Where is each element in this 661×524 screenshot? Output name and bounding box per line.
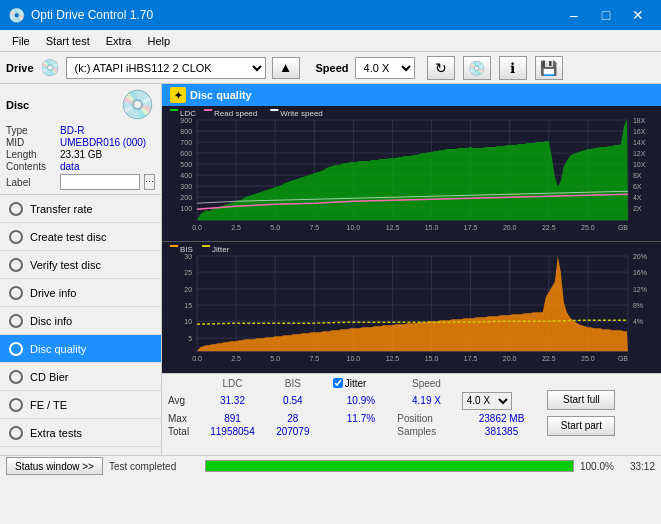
disc-image-icon: 💿: [120, 88, 155, 121]
svg-text:12X: 12X: [633, 150, 646, 157]
svg-text:Write speed: Write speed: [280, 109, 323, 118]
app-title: Opti Drive Control 1.70: [31, 8, 153, 22]
avg-bis: 0.54: [267, 390, 319, 412]
eject-button[interactable]: ▲: [272, 57, 300, 79]
disc-label-input[interactable]: [60, 174, 140, 190]
upper-chart-section: LDC Read speed Write speed: [162, 106, 661, 242]
nav-disc-info-label: Disc info: [30, 315, 72, 327]
disc-row-type: Type BD-R: [6, 125, 155, 136]
disc-contents-value: data: [60, 161, 79, 172]
sidebar-item-cd-bier[interactable]: CD Bier: [0, 363, 161, 391]
svg-text:200: 200: [180, 194, 192, 201]
stats-data-table: LDC BIS Jitter Speed: [168, 377, 655, 439]
svg-text:16%: 16%: [633, 269, 647, 276]
total-bis: 207079: [267, 425, 319, 438]
jitter-label: Jitter: [345, 378, 367, 389]
svg-text:8X: 8X: [633, 172, 642, 179]
disc-row-contents: Contents data: [6, 161, 155, 172]
start-full-button[interactable]: Start full: [547, 390, 615, 410]
minimize-button[interactable]: –: [559, 4, 589, 26]
sidebar-item-disc-quality[interactable]: Disc quality: [0, 335, 161, 363]
svg-text:25.0: 25.0: [581, 224, 595, 231]
disc-row-length: Length 23.31 GB: [6, 149, 155, 160]
jitter-checkbox[interactable]: [333, 378, 343, 388]
speed-select[interactable]: 4.0 X: [355, 57, 415, 79]
sidebar-item-create-test-disc[interactable]: Create test disc: [0, 223, 161, 251]
toolbar-btn-disc[interactable]: 💿: [463, 56, 491, 80]
status-window-button[interactable]: Status window >>: [6, 457, 103, 475]
stats-table: LDC BIS Jitter Speed: [168, 377, 655, 439]
menu-extra[interactable]: Extra: [98, 33, 140, 49]
lower-chart-svg: BIS Jitter: [162, 242, 661, 372]
disc-header: Disc 💿: [6, 88, 155, 121]
verify-test-disc-icon: [8, 257, 24, 273]
svg-rect-5: [270, 109, 278, 111]
svg-text:7.5: 7.5: [309, 224, 319, 231]
sidebar-item-verify-test-disc[interactable]: Verify test disc: [0, 251, 161, 279]
disc-label-row: Label ⋯: [6, 174, 155, 190]
svg-text:12%: 12%: [633, 286, 647, 293]
disc-label-browse[interactable]: ⋯: [144, 174, 155, 190]
col-header-bis: BIS: [267, 377, 319, 390]
cd-bier-icon: [8, 369, 24, 385]
drive-select[interactable]: (k:) ATAPI iHBS112 2 CLOK: [66, 57, 266, 79]
sidebar-item-drive-info[interactable]: Drive info: [0, 279, 161, 307]
disc-type-value: BD-R: [60, 125, 84, 136]
maximize-button[interactable]: □: [591, 4, 621, 26]
svg-text:600: 600: [180, 150, 192, 157]
svg-text:10.0: 10.0: [347, 224, 361, 231]
start-part-button[interactable]: Start part: [547, 416, 615, 436]
svg-text:300: 300: [180, 183, 192, 190]
disc-type-label: Type: [6, 125, 56, 136]
svg-text:0.0: 0.0: [192, 224, 202, 231]
svg-text:6X: 6X: [633, 183, 642, 190]
toolbar-btn-info[interactable]: ℹ: [499, 56, 527, 80]
drive-icon: 💿: [40, 58, 60, 77]
toolbar-btn-save[interactable]: 💾: [535, 56, 563, 80]
jitter-checkbox-label[interactable]: Jitter: [333, 378, 390, 389]
svg-text:25.0: 25.0: [581, 355, 595, 362]
svg-text:GB: GB: [618, 355, 628, 362]
create-test-disc-icon: [8, 229, 24, 245]
svg-text:2.5: 2.5: [231, 355, 241, 362]
toolbar-btn-refresh[interactable]: ↻: [427, 56, 455, 80]
total-ldc: 11958054: [198, 425, 267, 438]
avg-label: Avg: [168, 390, 198, 412]
svg-text:2X: 2X: [633, 205, 642, 212]
sidebar-item-disc-info[interactable]: Disc info: [0, 307, 161, 335]
disc-panel: Disc 💿 Type BD-R MID UMEBDR016 (000) Len…: [0, 84, 161, 195]
fe-te-icon: [8, 397, 24, 413]
svg-text:GB: GB: [618, 224, 628, 231]
svg-text:400: 400: [180, 172, 192, 179]
nav-verify-test-label: Verify test disc: [30, 259, 101, 271]
time-display: 33:12: [630, 461, 655, 472]
close-button[interactable]: ✕: [623, 4, 653, 26]
col-header-ldc: LDC: [198, 377, 267, 390]
svg-text:15.0: 15.0: [425, 224, 439, 231]
svg-text:800: 800: [180, 128, 192, 135]
svg-text:Jitter: Jitter: [212, 245, 230, 254]
svg-text:4%: 4%: [633, 318, 643, 325]
sidebar-item-extra-tests[interactable]: Extra tests: [0, 419, 161, 447]
speed-select[interactable]: 4.0 X: [462, 392, 512, 410]
drive-label: Drive: [6, 62, 34, 74]
sidebar-item-transfer-rate[interactable]: Transfer rate: [0, 195, 161, 223]
disc-row-mid: MID UMEBDR016 (000): [6, 137, 155, 148]
right-panel: ✦ Disc quality LDC Read speed Write spee…: [162, 84, 661, 455]
chart-title-bar: ✦ Disc quality: [162, 84, 661, 106]
svg-rect-3: [204, 109, 212, 111]
total-label: Total: [168, 425, 198, 438]
menu-start-test[interactable]: Start test: [38, 33, 98, 49]
menu-file[interactable]: File: [4, 33, 38, 49]
drive-bar: Drive 💿 (k:) ATAPI iHBS112 2 CLOK ▲ Spee…: [0, 52, 661, 84]
title-bar-controls: – □ ✕: [559, 4, 653, 26]
samples-value: 381385: [460, 425, 544, 438]
svg-text:500: 500: [180, 161, 192, 168]
sidebar-item-fe-te[interactable]: FE / TE: [0, 391, 161, 419]
menu-help[interactable]: Help: [139, 33, 178, 49]
progress-pct: 100.0%: [580, 461, 620, 472]
svg-text:5.0: 5.0: [270, 224, 280, 231]
stats-row: LDC BIS Jitter Speed: [162, 374, 661, 455]
progress-bar-fill: [206, 461, 573, 471]
nav-cd-bier-label: CD Bier: [30, 371, 69, 383]
